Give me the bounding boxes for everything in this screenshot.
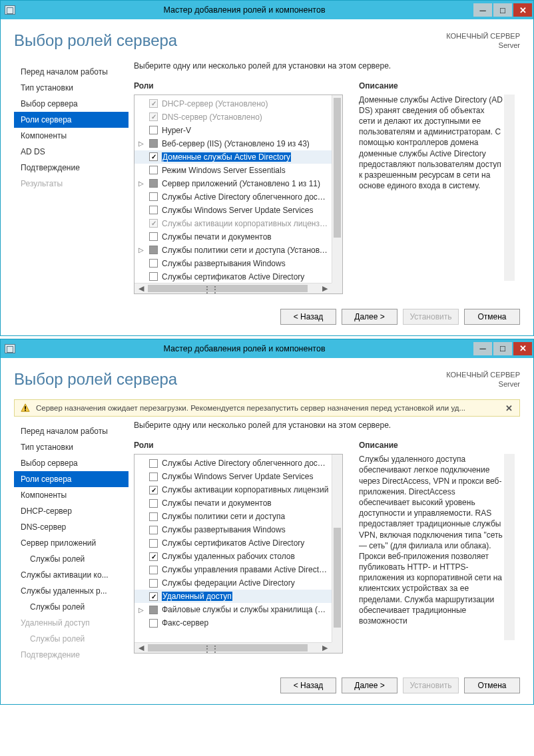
nav-item[interactable]: Перед началом работы (14, 64, 129, 80)
role-row[interactable]: Службы федерации Active Directory (134, 576, 332, 590)
role-checkbox[interactable] (149, 499, 158, 508)
next-button[interactable]: Далее > (342, 309, 398, 325)
role-row[interactable]: Службы развертывания Windows (134, 257, 332, 270)
roles-vertical-scrollbar[interactable] (332, 455, 342, 642)
description-scrollbar[interactable] (504, 94, 515, 281)
expand-icon[interactable]: ▷ (137, 606, 145, 614)
role-row[interactable]: Службы Active Directory облегченного дос… (134, 457, 332, 470)
nav-item[interactable]: Службы ролей (14, 551, 129, 567)
role-row[interactable]: Службы политики сети и доступа (134, 510, 332, 523)
nav-item[interactable]: Компоненты (14, 128, 129, 144)
role-checkbox[interactable] (149, 272, 158, 281)
role-checkbox[interactable] (149, 472, 158, 481)
roles-listbox[interactable]: Службы Active Directory облегченного дос… (134, 454, 343, 654)
system-icon[interactable] (5, 344, 15, 353)
nav-item[interactable]: Тип установки (14, 439, 129, 455)
nav-item[interactable]: Компоненты (14, 487, 129, 503)
role-row[interactable]: Службы активации корпоративных лицензий (134, 483, 332, 496)
role-row[interactable]: Службы сертификатов Active Directory (134, 536, 332, 550)
role-checkbox[interactable] (149, 619, 158, 628)
cancel-button[interactable]: Отмена (464, 677, 520, 693)
role-checkbox[interactable] (149, 486, 158, 494)
next-button[interactable]: Далее > (342, 677, 398, 693)
nav-item[interactable]: AD DS (14, 144, 129, 160)
role-row[interactable]: DHCP-сервер (Установлено) (134, 97, 332, 110)
role-row[interactable]: Службы Windows Server Update Services (134, 470, 332, 483)
back-button[interactable]: < Назад (280, 677, 336, 693)
role-row[interactable]: Доменные службы Active Directory (134, 150, 332, 164)
role-checkbox[interactable] (149, 566, 158, 574)
role-checkbox[interactable] (149, 552, 158, 561)
role-checkbox[interactable] (149, 166, 158, 174)
scrollbar-thumb[interactable]: ⋮⋮ (148, 285, 308, 292)
role-checkbox[interactable] (149, 139, 158, 148)
role-row[interactable]: ▷Службы политики сети и доступа (Установ… (134, 244, 332, 257)
scrollbar-thumb[interactable] (334, 98, 341, 238)
scroll-right-icon[interactable]: ▶ (318, 644, 332, 652)
role-checkbox[interactable] (149, 579, 158, 588)
titlebar[interactable]: Мастер добавления ролей и компонентов ─ … (1, 1, 533, 19)
roles-horizontal-scrollbar[interactable]: ◀ ⋮⋮ ▶ (134, 642, 332, 653)
nav-item[interactable]: Службы активации ко... (14, 567, 129, 583)
role-row[interactable]: ▷Сервер приложений (Установлено 1 из 11) (134, 177, 332, 190)
maximize-button[interactable]: □ (493, 3, 512, 17)
scrollbar-track[interactable]: ⋮⋮ (148, 284, 318, 293)
role-row[interactable]: Службы Active Directory облегченного дос… (134, 190, 332, 204)
cancel-button[interactable]: Отмена (464, 309, 520, 325)
role-checkbox[interactable] (149, 206, 158, 214)
roles-horizontal-scrollbar[interactable]: ◀ ⋮⋮ ▶ (134, 283, 332, 293)
nav-item[interactable]: DNS-сервер (14, 519, 129, 535)
titlebar[interactable]: Мастер добавления ролей и компонентов ─ … (1, 339, 533, 358)
role-checkbox[interactable] (149, 526, 158, 534)
role-checkbox[interactable] (149, 192, 158, 201)
close-button[interactable]: ✕ (513, 3, 532, 17)
nav-item[interactable]: Роли сервера (14, 112, 129, 128)
scroll-left-icon[interactable]: ◀ (134, 284, 148, 293)
role-row[interactable]: Режим Windows Server Essentials (134, 164, 332, 177)
role-row[interactable]: Службы развертывания Windows (134, 523, 332, 536)
minimize-button[interactable]: ─ (473, 342, 492, 355)
role-checkbox[interactable] (149, 512, 158, 521)
back-button[interactable]: < Назад (280, 309, 336, 325)
description-scrollbar[interactable] (504, 454, 515, 640)
role-checkbox[interactable] (149, 459, 158, 468)
scrollbar-track[interactable]: ⋮⋮ (148, 643, 318, 653)
role-checkbox[interactable] (149, 152, 158, 161)
role-row[interactable]: Службы печати и документов (134, 230, 332, 244)
nav-item[interactable]: Выбор сервера (14, 455, 129, 471)
role-row[interactable]: Службы управления правами Active Directo… (134, 563, 332, 576)
nav-item[interactable]: Сервер приложений (14, 535, 129, 551)
role-row[interactable]: DNS-сервер (Установлено) (134, 110, 332, 124)
role-row[interactable]: Службы печати и документов (134, 496, 332, 510)
role-checkbox[interactable] (149, 592, 158, 601)
role-row[interactable]: Удаленный доступ (134, 590, 332, 603)
scrollbar-thumb[interactable]: ⋮⋮ (148, 644, 308, 652)
role-row[interactable]: ▷Веб-сервер (IIS) (Установлено 19 из 43) (134, 137, 332, 150)
scroll-right-icon[interactable]: ▶ (318, 284, 332, 293)
nav-item[interactable]: Службы удаленных р... (14, 583, 129, 599)
close-button[interactable]: ✕ (513, 342, 532, 355)
role-row[interactable]: ▷Файловые службы и службы хранилища (Уст… (134, 603, 332, 616)
roles-vertical-scrollbar[interactable] (332, 95, 342, 283)
nav-item[interactable]: Подтверждение (14, 160, 129, 176)
nav-item[interactable]: Перед началом работы (14, 423, 129, 439)
role-row[interactable]: Службы Windows Server Update Services (134, 204, 332, 217)
roles-listbox[interactable]: DHCP-сервер (Установлено)DNS-сервер (Уст… (134, 94, 343, 294)
role-row[interactable]: Службы сертификатов Active Directory (134, 270, 332, 283)
role-checkbox[interactable] (149, 232, 158, 241)
warning-close-icon[interactable]: ✕ (503, 403, 514, 413)
scroll-left-icon[interactable]: ◀ (134, 644, 148, 652)
nav-item[interactable]: Выбор сервера (14, 96, 129, 112)
scrollbar-thumb[interactable] (334, 528, 341, 628)
expand-icon[interactable]: ▷ (137, 180, 145, 187)
role-checkbox[interactable] (149, 246, 158, 254)
minimize-button[interactable]: ─ (473, 3, 492, 17)
role-checkbox[interactable] (149, 606, 158, 614)
nav-item[interactable]: Службы ролей (14, 599, 129, 615)
role-checkbox[interactable] (149, 539, 158, 548)
role-checkbox[interactable] (149, 126, 158, 134)
nav-item[interactable]: Тип установки (14, 80, 129, 96)
system-icon[interactable] (5, 5, 15, 15)
role-row[interactable]: Факс-сервер (134, 616, 332, 630)
expand-icon[interactable]: ▷ (137, 246, 145, 254)
